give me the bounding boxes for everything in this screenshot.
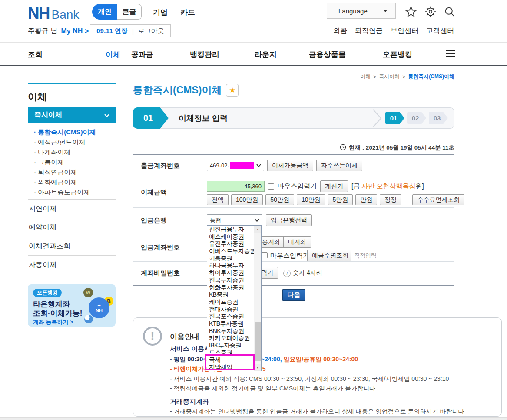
language-select[interactable]: Language — [327, 3, 396, 19]
favorites-star-icon[interactable] — [405, 6, 417, 20]
bookmark-star-button[interactable]: ★ — [226, 84, 239, 97]
logout-button[interactable]: 로그아웃 — [138, 27, 164, 35]
openbanking-banner[interactable]: 오픈뱅킹 타은행계좌 조회·이체가능! 계좌 등록하기 > ₩ B + NH — [28, 284, 116, 327]
scroll-down-arrow[interactable]: ▼ — [254, 364, 261, 371]
bank-option[interactable]: 신한금융투자 — [207, 226, 254, 233]
sidebar-item-apt-transfer[interactable]: · 아파트중도금이체 — [34, 187, 116, 197]
my-nh-link[interactable]: My NH > — [61, 27, 89, 35]
tab-big-text[interactable]: 큰글 — [117, 4, 142, 20]
search-icon[interactable] — [444, 6, 456, 20]
breadcrumb-transfer[interactable]: 이체 — [360, 73, 371, 80]
bank-option[interactable]: 카카오페이증권 — [207, 334, 254, 342]
bank-option[interactable]: IBK투자증권 — [207, 342, 254, 349]
account-password-label: 계좌비밀번호 — [133, 262, 198, 285]
nav-item-banking-mgmt[interactable]: 뱅킹관리 — [190, 50, 219, 60]
amount-10k-button[interactable]: 만원 — [355, 194, 377, 205]
mouse-input-checkbox[interactable] — [268, 183, 274, 190]
star-icon: ★ — [229, 86, 235, 95]
row-deposit-bank: 입금은행 농협 입금은행선택 — [133, 208, 454, 233]
sidebar-item-cms-transfer[interactable]: · 통합즉시(CMS)이체 — [34, 127, 116, 137]
quick-link-forex[interactable]: 외환 — [333, 27, 347, 36]
bank-option[interactable]: 에스케이증권 — [207, 233, 254, 240]
bank-option[interactable]: BNK투자증권 — [207, 327, 254, 335]
sidebar-item-pension-transfer[interactable]: · 퇴직연금이체 — [34, 167, 116, 177]
nav-item-transfer[interactable]: 이체 — [106, 50, 120, 60]
bank-option[interactable]: KTB투자증권 — [207, 320, 254, 327]
direct-input-field[interactable]: 직접입력 — [351, 250, 411, 261]
nav-item-inquiry[interactable]: 조회 — [28, 50, 43, 60]
header-quick-links: 외환 퇴직연금 보안센터 고객센터 — [333, 27, 454, 36]
quick-link-pension[interactable]: 퇴직연금 — [355, 27, 383, 36]
amount-1m-button[interactable]: 100만원 — [231, 194, 263, 205]
bank-option[interactable]: 한국포스증권 — [207, 313, 254, 320]
favorite-transfer-button[interactable]: 자주쓰는이체 — [316, 160, 362, 171]
my-account-button[interactable]: 내계좌 — [283, 236, 311, 248]
nav-item-lounge[interactable]: 라운지 — [255, 50, 277, 60]
sidebar-item-multi-account[interactable]: · 다계좌이체 — [34, 147, 116, 157]
sidebar-item-group-transfer[interactable]: · 그룹이체 — [34, 157, 116, 167]
amount-50k-button[interactable]: 5만원 — [328, 194, 353, 205]
sidebar-item-transfer-results[interactable]: 이체결과조회 — [28, 237, 116, 256]
session-extend-button[interactable]: 09:11 연장 — [96, 27, 128, 35]
link-corporate[interactable]: 기업 — [153, 7, 168, 17]
sidebar-group-instant-transfer[interactable]: 즉시이체 — [28, 107, 116, 123]
language-label: Language — [338, 7, 368, 15]
transfer-amount-label: 이체금액 — [133, 177, 198, 207]
service-hours-line: - 평일 00:30~24:00, 토요일 00:30~24:00, 일요일/공… — [170, 356, 358, 363]
exclamation-icon: ! — [143, 327, 162, 346]
owner-name-check-button[interactable]: 예금주명조회 — [307, 250, 353, 261]
fee-exemption-button[interactable]: 수수료면제조회 — [412, 194, 464, 205]
settings-gear-icon[interactable] — [424, 6, 437, 20]
sidebar-item-fx-deposit[interactable]: · 외화예금이체 — [34, 177, 116, 187]
scrollbar-thumb[interactable] — [255, 322, 261, 361]
scroll-up-arrow[interactable]: ▲ — [254, 226, 261, 233]
quick-link-security[interactable]: 보안센터 — [391, 27, 418, 36]
bank-option[interactable]: 하이투자증권 — [207, 269, 254, 277]
mouse-input-label: 마우스입력기 — [270, 252, 309, 260]
nav-item-financial-mall[interactable]: 금융상품몰 — [309, 50, 346, 60]
nav-item-bills[interactable]: 공과금 — [131, 50, 153, 60]
bank-option[interactable]: 키움증권 — [207, 255, 254, 262]
page-title-row: 통합즉시(CMS)이체 ★ — [133, 83, 239, 97]
amount-100k-button[interactable]: 10만원 — [297, 194, 325, 205]
amount-500k-button[interactable]: 50만원 — [265, 194, 294, 205]
amount-input[interactable]: 45,360 — [207, 181, 265, 192]
deposit-bank-selected: 농협 — [210, 217, 221, 224]
dropdown-scrollbar[interactable]: ▲ ▼ — [254, 226, 261, 371]
available-amount-button[interactable]: 이체가능금액 — [267, 160, 313, 171]
link-card[interactable]: 카드 — [180, 7, 195, 17]
amount-clear-button[interactable]: 정정 — [380, 194, 401, 205]
bank-option[interactable]: 유진투자증권 — [207, 240, 254, 247]
openbanking-badge: 오픈뱅킹 — [33, 289, 62, 297]
next-button[interactable]: 다음 — [282, 289, 305, 301]
tab-personal[interactable]: 개인 — [92, 4, 117, 20]
bank-option[interactable]: 한국투자증권 — [207, 277, 254, 284]
deposit-bank-select[interactable]: 농협 — [207, 214, 262, 226]
calculator-button[interactable]: 계산기 — [320, 180, 348, 192]
quick-link-customer[interactable]: 고객센터 — [426, 27, 454, 36]
hamburger-menu-icon[interactable] — [446, 50, 455, 59]
sidebar-item-deposit-fund[interactable]: · 예적금/펀드이체 — [34, 137, 116, 147]
mouse-input-checkbox[interactable] — [262, 252, 268, 258]
amount-all-button[interactable]: 전액 — [207, 194, 229, 205]
bank-select-button[interactable]: 입금은행선택 — [266, 214, 312, 226]
bank-option[interactable]: 현대차증권 — [207, 306, 254, 313]
bank-option[interactable]: 이베스트투자증권 — [207, 247, 254, 255]
banner-line2: 조회·이체가능! — [33, 308, 82, 318]
banner-register-link[interactable]: 계좌 등록하기 > — [33, 318, 73, 326]
withdraw-account-select[interactable]: 469-02- — [207, 160, 264, 171]
bank-option[interactable]: 하나금융투자 — [207, 262, 254, 269]
bank-option[interactable]: KB증권 — [207, 291, 254, 298]
breadcrumb-instant[interactable]: 즉시이체 — [379, 73, 400, 80]
main-nav: 조회 이체 공과금 뱅킹관리 라운지 금융상품몰 오픈뱅킹 — [0, 42, 507, 66]
sidebar-title: 이체 — [28, 90, 116, 103]
site-segment-control: 개인 큰글 — [92, 4, 142, 20]
nh-bank-logo[interactable]: NH Bank — [28, 4, 79, 23]
sidebar-item-auto-transfer[interactable]: 자동이체 — [28, 256, 116, 274]
bank-option[interactable]: 케이프증권 — [207, 298, 254, 306]
nav-item-openbanking[interactable]: 오픈뱅킹 — [383, 50, 412, 60]
sidebar-item-delayed-transfer[interactable]: 지연이체 — [28, 200, 116, 218]
bank-dropdown-list: 신한금융투자 에스케이증권 유진투자증권 이베스트투자증권 키움증권 하나금융투… — [207, 225, 262, 371]
bank-option[interactable]: 한화투자증권 — [207, 284, 254, 291]
sidebar-item-reserved-transfer[interactable]: 예약이체 — [28, 218, 116, 237]
